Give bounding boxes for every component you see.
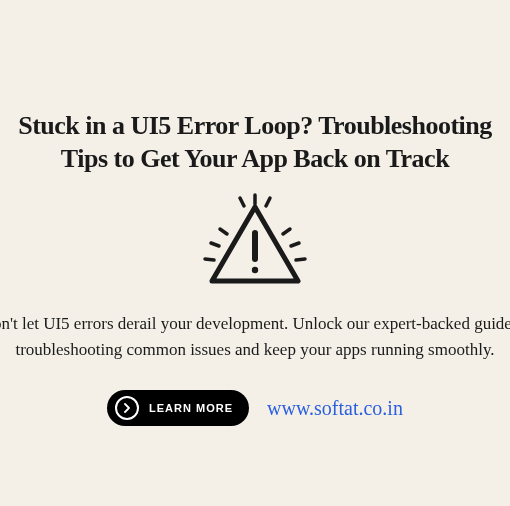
chevron-right-icon [115, 396, 139, 420]
svg-point-1 [252, 267, 258, 273]
learn-more-label: LEARN MORE [149, 402, 233, 414]
svg-line-5 [220, 229, 227, 234]
svg-line-9 [291, 243, 299, 246]
headline: Stuck in a UI5 Error Loop? Troubleshooti… [0, 110, 510, 175]
footer-row: LEARN MORE www.softat.co.in [0, 390, 510, 426]
description-line1: Don't let UI5 errors derail your develop… [0, 314, 510, 333]
svg-line-6 [211, 243, 219, 246]
warning-triangle-icon [0, 193, 510, 293]
svg-line-4 [266, 198, 270, 206]
description: Don't let UI5 errors derail your develop… [0, 311, 510, 362]
svg-line-8 [283, 229, 290, 234]
description-line2: troubleshooting common issues and keep y… [0, 337, 510, 363]
svg-line-7 [205, 259, 214, 260]
website-link[interactable]: www.softat.co.in [267, 397, 403, 420]
headline-line1: Stuck in a UI5 Error Loop? Troubleshooti… [18, 111, 492, 140]
headline-line2: Tips to Get Your App Back on Track [0, 143, 510, 176]
learn-more-button[interactable]: LEARN MORE [107, 390, 249, 426]
svg-line-10 [296, 259, 305, 260]
svg-line-3 [240, 198, 244, 206]
